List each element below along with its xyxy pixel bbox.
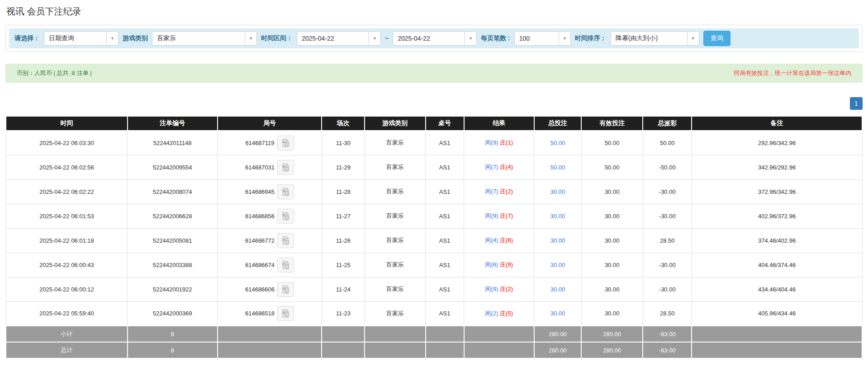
cell-time: 2025-04-22 06:02:22 bbox=[6, 179, 128, 204]
total-bet-link[interactable]: 30.00 bbox=[550, 262, 565, 268]
game-type-select[interactable]: 百家乐 ▼ bbox=[152, 31, 257, 46]
cell-total-bet: 30.00 bbox=[534, 228, 581, 253]
cell-total-bet: 30.00 bbox=[534, 204, 581, 228]
cell-session: 11-27 bbox=[322, 204, 365, 228]
total-bet-link[interactable]: 30.00 bbox=[550, 286, 565, 293]
cell-valid-bet: 50.00 bbox=[581, 155, 643, 179]
video-replay-button[interactable] bbox=[277, 258, 294, 272]
page-size-label: 每页笔数 : bbox=[481, 34, 510, 42]
cell-session: 11-30 bbox=[322, 131, 365, 155]
page-size-value: 100 bbox=[515, 32, 559, 45]
table-row: 2025-04-22 06:01:53522442006628614686856… bbox=[6, 204, 862, 228]
footer-empty bbox=[426, 326, 464, 342]
chevron-down-icon[interactable]: ▼ bbox=[369, 32, 380, 45]
video-file-icon bbox=[281, 188, 290, 196]
total-bet-link[interactable]: 30.00 bbox=[550, 188, 565, 195]
video-replay-button[interactable] bbox=[277, 209, 294, 224]
cell-table-no: AS1 bbox=[426, 204, 464, 228]
cell-bet-id: 522442011148 bbox=[128, 131, 218, 155]
cell-session: 11-24 bbox=[322, 277, 365, 301]
total-bet-link[interactable]: 50.00 bbox=[550, 164, 565, 171]
result-banker: 庄(2) bbox=[500, 286, 513, 292]
footer-total-bet: 280.00 bbox=[534, 326, 581, 342]
video-replay-button[interactable] bbox=[277, 160, 294, 175]
chevron-down-icon[interactable]: ▼ bbox=[559, 32, 570, 45]
cell-payout: -30.00 bbox=[643, 277, 692, 301]
total-bet-link[interactable]: 30.00 bbox=[550, 237, 565, 244]
footer-empty bbox=[365, 342, 425, 358]
chevron-down-icon[interactable]: ▼ bbox=[465, 32, 476, 45]
cell-game-type: 百家乐 bbox=[365, 155, 425, 179]
round-id-wrap: 614686772 bbox=[219, 229, 320, 253]
table-row: 2025-04-22 06:00:12522442001922614686606… bbox=[6, 277, 862, 301]
round-id-wrap: 614686606 bbox=[219, 277, 320, 301]
column-header: 有效投注 bbox=[581, 116, 643, 131]
cell-round-id: 614687031 bbox=[218, 155, 322, 179]
cell-session: 11-25 bbox=[322, 253, 365, 277]
cell-time: 2025-04-22 06:02:56 bbox=[6, 155, 128, 179]
total-bet-link[interactable]: 50.00 bbox=[550, 140, 565, 146]
cell-game-type: 百家乐 bbox=[365, 301, 425, 326]
summary-bar: 币别：人民币 | 总共 :8 注单 | 同局有效投注，统一计算在该局第一张注单内 bbox=[5, 64, 863, 83]
video-replay-button[interactable] bbox=[277, 282, 294, 297]
date-to-select[interactable]: 2025-04-22 ▼ bbox=[393, 31, 477, 46]
page-button-1[interactable]: 1 bbox=[850, 97, 863, 110]
game-type-label: 游戏类别 bbox=[123, 34, 148, 42]
cell-total-bet: 30.00 bbox=[534, 301, 581, 326]
page-size-select[interactable]: 100 ▼ bbox=[514, 31, 571, 46]
footer-valid-bet: 280.00 bbox=[581, 326, 643, 342]
date-from-select[interactable]: 2025-04-22 ▼ bbox=[297, 31, 381, 46]
footer-empty bbox=[464, 342, 534, 358]
video-replay-button[interactable] bbox=[277, 136, 294, 150]
column-header: 结果 bbox=[464, 116, 534, 131]
video-file-icon bbox=[281, 285, 290, 294]
video-replay-button[interactable] bbox=[277, 184, 294, 199]
table-row: 2025-04-22 06:02:22522442008074614686945… bbox=[6, 179, 862, 204]
footer-label: 小计 bbox=[6, 326, 128, 342]
cell-result: 闲(4) 庄(6) bbox=[464, 228, 534, 253]
cell-time: 2025-04-22 06:00:12 bbox=[6, 277, 128, 301]
cell-remark: 405.96/434.46 bbox=[692, 301, 862, 326]
round-id-text: 614687119 bbox=[245, 140, 274, 146]
game-type-value: 百家乐 bbox=[152, 32, 245, 45]
cell-valid-bet: 30.00 bbox=[581, 204, 643, 228]
round-id-wrap: 614686518 bbox=[219, 302, 320, 326]
cell-result: 闲(9) 庄(2) bbox=[464, 277, 534, 301]
chevron-down-icon[interactable]: ▼ bbox=[106, 32, 118, 45]
cell-payout: -50.00 bbox=[643, 155, 692, 179]
video-replay-button[interactable] bbox=[277, 306, 294, 321]
cell-total-bet: 50.00 bbox=[534, 131, 581, 155]
footer-empty bbox=[365, 326, 425, 342]
summary-row: 总计8280.00280.00-63.00 bbox=[6, 342, 862, 358]
date-range-tilde: ~ bbox=[385, 35, 389, 42]
table-row: 2025-04-22 06:01:18522442005081614686772… bbox=[6, 228, 862, 253]
result-banker: 庄(6) bbox=[500, 237, 513, 244]
sort-order-value: 降幂(由大到小) bbox=[611, 32, 687, 45]
total-bet-link[interactable]: 30.00 bbox=[550, 310, 565, 317]
cell-total-bet: 50.00 bbox=[534, 155, 581, 179]
cell-total-bet: 30.00 bbox=[534, 253, 581, 277]
sort-order-select[interactable]: 降幂(由大到小) ▼ bbox=[611, 31, 699, 46]
cell-payout: 28.50 bbox=[643, 228, 692, 253]
table-footer: 小计8280.00280.00-63.00总计8280.00280.00-63.… bbox=[6, 326, 862, 358]
cell-table-no: AS1 bbox=[426, 228, 464, 253]
video-replay-button[interactable] bbox=[277, 233, 294, 248]
result-banker: 庄(4) bbox=[500, 164, 513, 170]
search-button[interactable]: 查询 bbox=[703, 31, 730, 46]
total-bet-link[interactable]: 30.00 bbox=[550, 213, 565, 220]
cell-bet-id: 522442003388 bbox=[128, 253, 218, 277]
cell-valid-bet: 30.00 bbox=[581, 301, 643, 326]
cell-time: 2025-04-22 06:01:53 bbox=[6, 204, 128, 228]
table-body: 2025-04-22 06:03:30522442011148614687119… bbox=[6, 131, 862, 326]
select-type-label: 请选择： bbox=[14, 34, 40, 42]
cell-game-type: 百家乐 bbox=[365, 204, 425, 228]
date-to-value: 2025-04-22 bbox=[393, 32, 465, 45]
cell-total-bet: 30.00 bbox=[534, 277, 581, 301]
chevron-down-icon[interactable]: ▼ bbox=[245, 32, 256, 45]
result-player: 闲(7) bbox=[485, 164, 498, 170]
pagination: 1 bbox=[5, 97, 863, 110]
column-header: 总投注 bbox=[534, 116, 581, 131]
cell-remark: 434.46/404.46 bbox=[692, 277, 862, 301]
query-type-select[interactable]: 日期查询 ▼ bbox=[44, 31, 119, 46]
chevron-down-icon[interactable]: ▼ bbox=[687, 32, 699, 45]
